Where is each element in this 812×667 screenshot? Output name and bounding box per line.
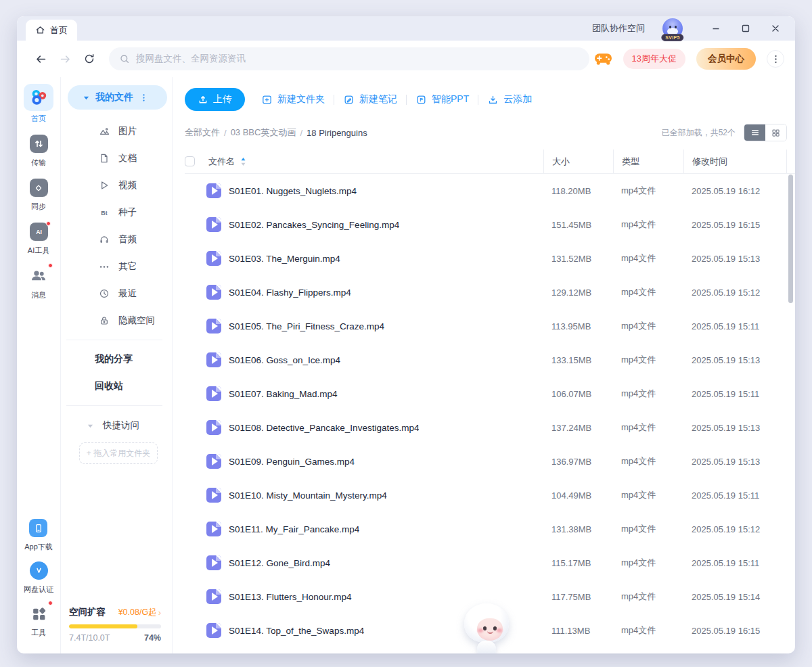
- file-name[interactable]: S01E09. Penguin_Games.mp4: [229, 457, 355, 467]
- file-row[interactable]: S01E12. Gone_Bird.mp4 115.17MB mp4文件 202…: [185, 546, 795, 580]
- scrollbar-thumb[interactable]: [788, 175, 793, 303]
- sidebar-item-audio[interactable]: 音频: [61, 226, 172, 253]
- file-name[interactable]: S01E13. Flutters_Honour.mp4: [229, 592, 352, 602]
- breadcrumb-segment[interactable]: 18 Piripenguins: [307, 128, 367, 138]
- sidebar-item-hidden-space[interactable]: 隐藏空间: [61, 307, 172, 334]
- grid-view-button[interactable]: [765, 124, 786, 141]
- rail-item-messages[interactable]: 消息: [24, 264, 53, 300]
- transfer-icon: [30, 135, 48, 153]
- kebab-icon[interactable]: [139, 93, 149, 103]
- refresh-button[interactable]: [81, 50, 98, 68]
- sidebar-item-my-files[interactable]: 我的文件: [68, 85, 167, 110]
- video-file-icon: [206, 522, 221, 536]
- storage-expand-link[interactable]: 空间扩容 ¥0.08/G起 ›: [69, 606, 161, 618]
- rail-item-label: App下载: [24, 542, 53, 552]
- sidebar-item-videos[interactable]: 视频: [61, 172, 172, 199]
- sidebar-item-recent[interactable]: 最近: [61, 280, 172, 307]
- left-rail: 首页 传输 同步 AI AI工具 消息 App下载 网盘认证 工具: [17, 77, 61, 653]
- rail-item-tools[interactable]: 工具: [27, 602, 50, 638]
- file-name[interactable]: S01E12. Gone_Bird.mp4: [229, 558, 330, 568]
- rail-item-app-download[interactable]: App下载: [24, 517, 53, 552]
- breadcrumb-segment[interactable]: 全部文件: [185, 127, 220, 139]
- sidebar-item-my-shares[interactable]: 我的分享: [61, 346, 172, 373]
- file-name[interactable]: S01E04. Flashy_Flippers.mp4: [229, 288, 351, 298]
- file-row[interactable]: S01E02. Pancakes_Syncing_Feeling.mp4 151…: [185, 208, 795, 242]
- back-button[interactable]: [32, 50, 49, 68]
- file-row[interactable]: S01E04. Flashy_Flippers.mp4 129.12MB mp4…: [185, 275, 795, 309]
- file-row[interactable]: S01E09. Penguin_Games.mp4 136.97MB mp4文件…: [185, 444, 795, 478]
- sidebar-item-other[interactable]: 其它: [61, 253, 172, 280]
- file-name[interactable]: S01E06. Goss_on_Ice.mp4: [229, 355, 340, 365]
- sidebar-item-torrents[interactable]: Bt 种子: [61, 199, 172, 226]
- select-all-checkbox[interactable]: [185, 156, 195, 166]
- file-name[interactable]: S01E05. The_Piri_Fitness_Craze.mp4: [229, 321, 384, 331]
- sidebar-item-quick-access[interactable]: 快捷访问: [61, 414, 172, 437]
- chevron-down-icon: [83, 94, 90, 101]
- file-row[interactable]: S01E03. The_Merguin.mp4 131.52MB mp4文件 2…: [185, 242, 795, 275]
- file-name[interactable]: S01E07. Baking_Mad.mp4: [229, 389, 338, 399]
- more-menu-button[interactable]: [767, 50, 784, 68]
- toolbar-action-new-note[interactable]: 新建笔记: [343, 93, 397, 106]
- sidebar-item-docs[interactable]: 文档: [61, 145, 172, 172]
- sync-icon: [30, 179, 48, 197]
- minimize-button[interactable]: [706, 19, 726, 38]
- file-row[interactable]: S01E10. Misty_Mountain_Mystery.mp4 104.4…: [185, 478, 795, 512]
- list-view-button[interactable]: [744, 124, 765, 141]
- storage-percent: 74%: [144, 633, 161, 643]
- column-header-modified[interactable]: 修改时间: [683, 150, 787, 173]
- chevron-down-icon: [87, 422, 94, 430]
- file-type: mp4文件: [613, 421, 683, 434]
- anniversary-promo-badge[interactable]: 13周年大促: [623, 49, 685, 69]
- rail-item-sync[interactable]: 同步: [24, 177, 53, 212]
- forward-button[interactable]: [56, 50, 74, 68]
- sidebar-item-images[interactable]: 图片: [61, 118, 172, 145]
- file-size: 118.20MB: [543, 186, 613, 196]
- maximize-button[interactable]: [736, 19, 756, 38]
- close-button[interactable]: [765, 19, 786, 38]
- vip-center-button[interactable]: 会员中心: [696, 48, 756, 70]
- tab-home[interactable]: 首页: [26, 20, 77, 41]
- rail-item-ai-tools[interactable]: AI AI工具: [24, 221, 53, 256]
- ai-icon: AI: [30, 223, 48, 241]
- breadcrumb-segment[interactable]: 03 BBC英文动画: [231, 127, 296, 139]
- file-modified: 2025.05.19 15:12: [683, 288, 787, 298]
- sort-icon[interactable]: [240, 157, 246, 166]
- file-size: 136.97MB: [543, 457, 613, 467]
- upload-button[interactable]: 上传: [185, 88, 245, 111]
- file-name[interactable]: S01E11. My_Fair_Pancake.mp4: [229, 524, 359, 534]
- toolbar-action-new-folder[interactable]: 新建文件夹: [261, 93, 325, 106]
- team-workspace-link[interactable]: 团队协作空间: [592, 22, 645, 34]
- file-name[interactable]: S01E01. Nuggets_Nuglets.mp4: [229, 186, 357, 196]
- file-row[interactable]: S01E11. My_Fair_Pancake.mp4 131.38MB mp4…: [185, 512, 795, 546]
- file-name[interactable]: S01E14. Top_of_the_Swaps.mp4: [229, 626, 364, 636]
- file-name[interactable]: S01E10. Misty_Mountain_Mystery.mp4: [229, 490, 387, 501]
- file-name[interactable]: S01E03. The_Merguin.mp4: [229, 254, 340, 264]
- column-header-name[interactable]: 文件名: [208, 156, 246, 168]
- rail-item-label: 消息: [31, 290, 46, 300]
- file-row[interactable]: S01E07. Baking_Mad.mp4 106.07MB mp4文件 20…: [185, 377, 795, 411]
- rail-item-verify[interactable]: 网盘认证: [24, 559, 53, 595]
- file-name[interactable]: S01E08. Detective_Pancake_Investigates.m…: [229, 423, 419, 433]
- file-row[interactable]: S01E06. Goss_on_Ice.mp4 133.15MB mp4文件 2…: [185, 343, 795, 377]
- file-type: mp4文件: [613, 557, 683, 569]
- rail-item-home[interactable]: 首页: [24, 84, 53, 124]
- file-row[interactable]: S01E01. Nuggets_Nuglets.mp4 118.20MB mp4…: [185, 174, 795, 208]
- rail-item-transfer[interactable]: 传输: [24, 133, 53, 168]
- file-row[interactable]: S01E13. Flutters_Honour.mp4 117.75MB mp4…: [185, 580, 795, 614]
- game-center-icon[interactable]: [594, 52, 612, 66]
- file-type: mp4文件: [613, 218, 683, 231]
- column-header-type[interactable]: 类型: [613, 150, 683, 173]
- column-header-size[interactable]: 大小: [543, 150, 613, 173]
- sidebar-item-recycle-bin[interactable]: 回收站: [61, 373, 172, 400]
- avatar[interactable]: SVIP5: [662, 18, 683, 39]
- search-input[interactable]: 搜网盘文件、全网资源资讯: [109, 47, 589, 70]
- toolbar-action-smart-ppt[interactable]: P 智能PPT: [415, 93, 469, 106]
- toolbar-action-cloud-add[interactable]: 云添加: [487, 93, 532, 106]
- file-row[interactable]: S01E14. Top_of_the_Swaps.mp4 111.13MB mp…: [185, 614, 795, 647]
- file-modified: 2025.05.19 16:15: [683, 626, 787, 636]
- file-row[interactable]: S01E08. Detective_Pancake_Investigates.m…: [185, 411, 795, 444]
- file-row[interactable]: S01E05. The_Piri_Fitness_Craze.mp4 113.9…: [185, 309, 795, 343]
- drop-folder-zone[interactable]: + 拖入常用文件夹: [79, 442, 158, 464]
- file-type: mp4文件: [613, 523, 683, 535]
- file-name[interactable]: S01E02. Pancakes_Syncing_Feeling.mp4: [229, 220, 399, 230]
